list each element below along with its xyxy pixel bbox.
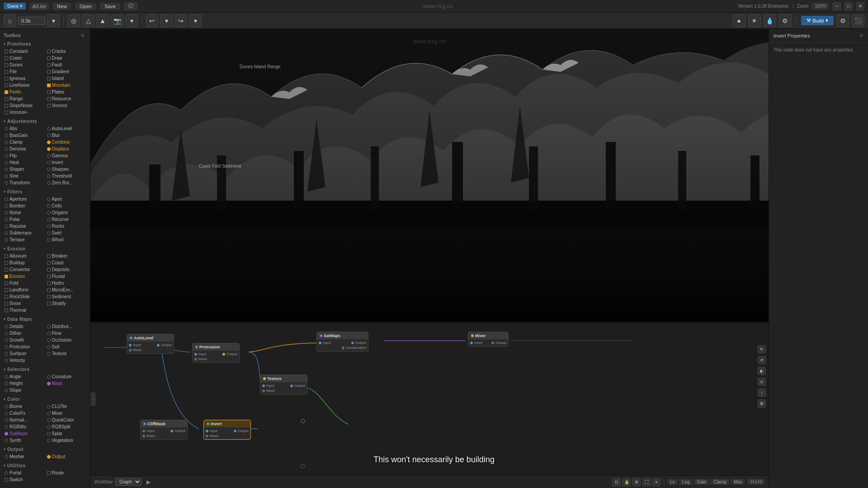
sidebar-item-splat[interactable]: Splat [45,431,88,436]
sidebar-item-alluvium[interactable]: Alluvium [3,253,45,259]
sidebar-item-swirl[interactable]: Swirl [45,230,88,236]
resolution-input[interactable] [18,17,45,25]
sidebar-item-voronoi-plus[interactable]: Voronoi+ [3,109,45,115]
app-dropdown-arrow[interactable]: ▾ [20,4,22,9]
save-button[interactable]: Save [100,3,120,10]
sidebar-item-island[interactable]: Island [45,75,88,81]
hist-gain-btn[interactable]: Gain [694,479,709,485]
info-button[interactable]: ⓘ [124,2,138,10]
sidebar-item-linenoise[interactable]: LineNoise [3,82,45,88]
new-button[interactable]: New [52,3,71,10]
sidebar-item-slopenoise[interactable]: SlopeNoise [3,103,45,108]
sidebar-item-protrusion[interactable]: Protrusion [3,344,45,350]
node-autolevel[interactable]: AutoLevel Input Output Mask [127,334,174,354]
sidebar-item-displace[interactable]: Displace [45,146,88,152]
sidebar-item-curvature[interactable]: Curvature [45,374,88,380]
section-primitives-header[interactable]: ▾ Primitives [0,40,90,47]
sidebar-item-biome[interactable]: Biome [3,404,45,409]
sidebar-item-mesher[interactable]: Mesher [3,454,45,460]
node-invert[interactable]: Invert Input Output Mask [203,420,251,440]
section-output-header[interactable]: ▾ Output [0,445,90,453]
view-sun[interactable]: ☀ [748,14,761,27]
sidebar-item-zerobor[interactable]: Zero Bor... [45,180,88,186]
sidebar-item-gradient[interactable]: Gradient [45,69,88,75]
sidebar-item-bomber[interactable]: Bomber [3,203,45,209]
build-button[interactable]: ⚒ Build ▾ [801,16,834,25]
sidebar-item-polar[interactable]: Polar [3,216,45,222]
sidebar-item-details[interactable]: Details [3,324,45,329]
sidebar-item-transform[interactable]: Transform [3,180,45,186]
sidebar-item-biasgain[interactable]: BiasGain [3,132,45,138]
hist-fit-button[interactable]: ⊡ [613,478,621,486]
play-button[interactable]: ▶ [144,478,153,487]
sidebar-item-synth[interactable]: Synth [3,437,45,443]
sidebar-item-resource[interactable]: Resource [45,96,88,102]
node-texture[interactable]: Texture Input Output Mask [260,375,307,394]
sidebar-item-cracks[interactable]: Cracks [45,48,88,54]
view-sphere[interactable]: ● [733,14,745,27]
view-water[interactable]: 💧 [764,14,776,27]
terrain-type-1[interactable]: ◎ [67,14,80,27]
sidebar-item-stratify[interactable]: Stratify [45,300,88,306]
sidebar-item-colorfx[interactable]: ColorFx [3,410,45,416]
sidebar-item-breaker[interactable]: Breaker [45,253,88,259]
sidebar-item-whorl[interactable]: Whorl [45,237,88,243]
section-datamaps-header[interactable]: ▾ Data Maps [0,315,90,323]
sidebar-item-dither[interactable]: Dither [3,330,45,336]
workflow-select[interactable]: Graph [115,478,142,486]
sidebar-item-shaper[interactable]: Shaper [3,166,45,172]
sidebar-item-gamma[interactable]: Gamma [45,153,88,159]
sidebar-item-portal[interactable]: Portal [3,470,45,476]
section-utilities-header[interactable]: ▾ Utilities [0,461,90,469]
build-dropdown[interactable]: ▾ [826,18,828,23]
home-button[interactable]: ⌂ [4,14,16,27]
sidebar-item-convector[interactable]: Convector [3,267,45,272]
sidebar-item-angle[interactable]: Angle [3,374,45,380]
sidebar-item-cells[interactable]: Cells [45,203,88,209]
node-protrusion[interactable]: Protrusion Input Output Mask [192,343,240,363]
graph-icon-6[interactable]: ⊞ [758,399,766,408]
sidebar-item-dunes[interactable]: Dunes [3,62,45,68]
sidebar-item-perlin[interactable]: Perlin [3,89,45,95]
app-logo[interactable]: Gaea ▾ [4,3,26,9]
sidebar-item-terrace[interactable]: Terrace [3,237,45,243]
section-selectors-header[interactable]: ▾ Selectors [0,365,90,373]
sidebar-item-fluvial[interactable]: Fluvial [45,273,88,279]
sidebar-item-surfacer[interactable]: Surfacer [3,351,45,357]
build-export[interactable]: ⬛ [852,14,864,27]
sidebar-item-file[interactable]: File [3,69,45,75]
hist-log-btn[interactable]: Log [679,479,693,485]
graph-icon-2[interactable]: ↺ [758,356,766,364]
graph-icon-5[interactable]: ↕ [758,389,766,397]
sidebar-item-thermal[interactable]: Thermal [3,307,45,313]
sidebar-item-slope[interactable]: Slope [3,387,45,393]
sidebar-item-blur[interactable]: Blur [45,132,88,138]
graph-icon-4[interactable]: ⊙ [758,378,766,386]
hist-lock-button[interactable]: 🔒 [623,478,631,486]
sidebar-item-deposits[interactable]: Deposits [45,267,88,272]
sidebar-item-rgbmix[interactable]: RGBMix [3,424,45,430]
hist-menu-button[interactable]: ≡ [652,478,660,486]
sidebar-item-height[interactable]: Height [3,380,45,386]
sidebar-item-abs[interactable]: Abs [3,126,45,131]
hist-clamp-btn[interactable]: Clamp [711,479,729,485]
hist-settings-button[interactable]: ⚙ [632,478,641,486]
sidebar-item-mixer[interactable]: Mixer [45,410,88,416]
sidebar-item-plates[interactable]: Plates [45,89,88,95]
open-button[interactable]: Open [75,3,96,10]
node-cliffmask[interactable]: CliffMask Input Output Mask [140,420,188,440]
sidebar-item-microero[interactable]: MicroEro... [45,287,88,293]
sidebar-item-repulse[interactable]: Repulse [3,223,45,229]
sidebar-item-sediment[interactable]: Sediment [45,294,88,300]
sidebar-item-invert[interactable]: Invert [45,160,88,165]
sidebar-item-buildup[interactable]: Buildup [3,260,45,266]
sidebar-item-voronoi[interactable]: Voronoi [45,103,88,108]
right-panel-close-button[interactable]: ✕ [859,33,863,39]
minimize-button[interactable]: ─ [833,2,841,10]
sidebar-item-apex[interactable]: Apex [45,196,88,202]
sidebar-item-landform[interactable]: Landform [3,287,45,293]
sidebar-item-autolevel[interactable]: AutoLevel [45,126,88,131]
sidebar-item-switch[interactable]: Switch [3,477,45,483]
section-color-header[interactable]: ▾ Color [0,395,90,403]
sidebar-item-distribut[interactable]: Distribut... [45,324,88,329]
